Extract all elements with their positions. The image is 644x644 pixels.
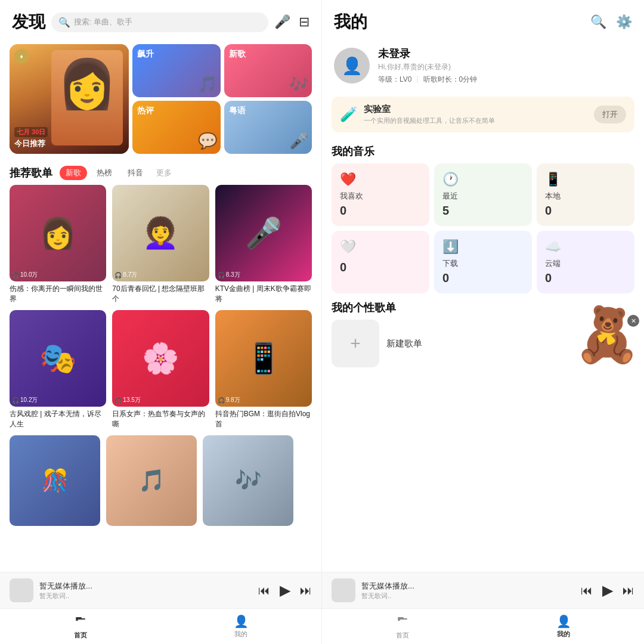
music-card-local[interactable]: 📱 本地 0 <box>537 163 634 226</box>
song-thumb-2: 🎤 🎧 8.3万 <box>215 185 312 281</box>
banner-cell-3[interactable]: 粤语 🎤 <box>224 101 312 154</box>
music-card-favorites[interactable]: ❤️ 我喜欢 0 <box>332 163 429 226</box>
play-count-5: 🎧 9.8万 <box>218 396 240 404</box>
profile-section: 👤 未登录 Hi,你好,尊贵的(未登录) 等级：LV0 | 听歌时长：0分钟 <box>322 39 644 92</box>
svg-rect-1 <box>76 618 85 620</box>
song-card-2[interactable]: 🎤 🎧 8.3万 KTV金曲榜 | 周末K歌争霸赛即将 <box>215 185 312 304</box>
download-icon: ⬇️ <box>442 239 524 255</box>
song-thumb-3: 🎭 🎧 10.2万 <box>10 310 106 407</box>
banner-overlay: 七月 30日 今日推荐 <box>14 126 48 149</box>
song-card-4[interactable]: 🌸 🎧 13.5万 日系女声：热血节奏与女声的嘶 <box>112 310 209 429</box>
banner-cell-0[interactable]: 飙升 🎵 <box>132 44 221 97</box>
song-card-0[interactable]: 👩 🎧 10.0万 伤感：你离开的一瞬间我的世界 <box>10 185 106 304</box>
tab-more[interactable]: 更多 <box>156 168 172 178</box>
local-label: 本地 <box>545 191 626 202</box>
lab-title: 实验室 <box>364 104 588 115</box>
svg-rect-3 <box>398 620 400 621</box>
song-card-3[interactable]: 🎭 🎧 10.2万 古风戏腔 | 戏子本无情，诉尽人生 <box>10 310 106 429</box>
nav-my-right[interactable]: 👤 我的 <box>483 609 644 644</box>
prev-button-right[interactable]: ⏮ <box>581 584 593 597</box>
lab-banner[interactable]: 🧪 实验室 一个实用的音视频处理工具，让音乐不在简单 打开 <box>332 97 634 132</box>
svg-rect-2 <box>76 617 82 618</box>
music-card-collected[interactable]: 🤍 0 <box>332 231 429 293</box>
next-button-right[interactable]: ⏭ <box>623 584 634 597</box>
nav-my-label-right: 我的 <box>557 630 570 639</box>
bottom-player-left[interactable]: 暂无媒体播放... 暂无歌词.. ⏮ ▶ ⏭ <box>0 572 321 608</box>
prev-button-left[interactable]: ⏮ <box>258 584 270 597</box>
profile-info: 未登录 Hi,你好,尊贵的(未登录) 等级：LV0 | 听歌时长：0分钟 <box>378 47 632 85</box>
header-icons: 🎤 ⊟ <box>274 14 309 30</box>
nav-my-left[interactable]: 👤 我的 <box>161 609 322 644</box>
right-scroll: 👤 未登录 Hi,你好,尊贵的(未登录) 等级：LV0 | 听歌时长：0分钟 🧪… <box>322 39 644 644</box>
left-scroll: 👩 ♦ 七月 30日 今日推荐 飙升 🎵 新歌 <box>0 39 321 644</box>
recent-label: 最近 <box>442 191 524 202</box>
player-controls-left: ⏮ ▶ ⏭ <box>258 582 312 599</box>
banner-cell-1[interactable]: 新歌 🎶 <box>224 44 312 97</box>
nav-my-icon-right: 👤 <box>556 614 571 628</box>
bottom-player-right[interactable]: 暂无媒体播放... 暂无歌词.. ⏮ ▶ ⏭ <box>322 572 644 608</box>
music-card-recent[interactable]: 🕐 最近 5 <box>434 163 532 226</box>
lab-icon: 🧪 <box>340 106 358 123</box>
play-count-2: 🎧 8.3万 <box>218 271 240 279</box>
my-search-icon[interactable]: 🔍 <box>590 14 606 30</box>
bottom-nav-left: 首页 👤 我的 <box>0 608 321 644</box>
song-name-4: 日系女声：热血节奏与女声的嘶 <box>112 409 209 429</box>
player-title-left: 暂无媒体播放... <box>39 581 252 592</box>
tab-tiktok[interactable]: 抖音 <box>122 166 149 180</box>
new-playlist-label: 新建歌单 <box>386 338 422 349</box>
new-playlist-button[interactable]: + <box>332 320 379 367</box>
song-card-5[interactable]: 📱 🎧 9.8万 抖音热门BGM：逛街自拍Vlog首 <box>215 310 312 429</box>
banner-cell-2[interactable]: 热评 💬 <box>132 101 221 154</box>
banner-date: 七月 30日 <box>14 127 48 137</box>
avatar[interactable]: 👤 <box>334 48 370 83</box>
song-thumb-4: 🌸 🎧 13.5万 <box>112 310 209 407</box>
local-count: 0 <box>545 204 626 218</box>
nav-my-label-left: 我的 <box>234 630 247 639</box>
today-recommend-banner[interactable]: 👩 ♦ 七月 30日 今日推荐 <box>10 44 129 154</box>
banner-cell-label-1: 新歌 <box>229 49 246 60</box>
banner-grid: 飙升 🎵 新歌 🎶 热评 💬 粤语 🎤 <box>132 44 312 154</box>
player-thumb-right <box>332 578 355 602</box>
player-info-left: 暂无媒体播放... 暂无歌词.. <box>39 581 252 600</box>
play-button-right[interactable]: ▶ <box>602 582 613 599</box>
tab-hot[interactable]: 热榜 <box>91 166 118 180</box>
vip-badge: ♦ <box>14 49 29 63</box>
recent-count: 5 <box>442 204 524 218</box>
banner-cell-label-0: 飙升 <box>137 49 154 60</box>
tab-new-songs[interactable]: 新歌 <box>60 166 87 180</box>
song-name-2: KTV金曲榜 | 周末K歌争霸赛即将 <box>215 284 312 304</box>
section-title: 推荐歌单 <box>10 166 52 180</box>
banner-area: 👩 ♦ 七月 30日 今日推荐 飙升 🎵 新歌 <box>0 39 321 159</box>
song-card-1[interactable]: 👩‍🦱 🎧 8.7万 70后青春回忆 | 想念隔壁班那个 <box>112 185 209 304</box>
profile-name: 未登录 <box>378 47 632 61</box>
song-thumb-1: 👩‍🦱 🎧 8.7万 <box>112 185 209 281</box>
cloud-count: 0 <box>545 271 626 285</box>
play-button-left[interactable]: ▶ <box>280 582 290 599</box>
svg-rect-0 <box>76 620 78 621</box>
lab-open-button[interactable]: 打开 <box>594 106 626 123</box>
banner-cell-label-3: 粤语 <box>229 106 246 116</box>
nav-home-label-right: 首页 <box>396 631 409 640</box>
nav-my-icon-left: 👤 <box>234 614 249 628</box>
search-bar[interactable]: 🔍 搜索: 单曲、歌手 <box>51 13 268 32</box>
my-title: 我的 <box>334 11 367 33</box>
playlist-title: 我的个性歌单 <box>322 293 644 320</box>
bottom-nav-right: 首页 👤 我的 <box>322 608 644 644</box>
song-grid: 👩 🎧 10.0万 伤感：你离开的一瞬间我的世界 👩‍🦱 🎧 8.7万 70后青… <box>0 185 321 429</box>
mic-icon[interactable]: 🎤 <box>274 14 290 30</box>
local-icon: 📱 <box>545 172 626 187</box>
download-count: 0 <box>442 271 524 285</box>
music-card-download[interactable]: ⬇️ 下载 0 <box>434 231 532 293</box>
music-card-cloud[interactable]: ☁️ 云端 0 <box>537 231 634 293</box>
level-badge: 等级：LV0 <box>378 75 411 85</box>
playlist-close-button[interactable]: ✕ <box>627 315 639 327</box>
banner-cell-label-2: 热评 <box>137 106 154 116</box>
my-settings-icon[interactable]: ⚙️ <box>616 14 632 30</box>
scan-icon[interactable]: ⊟ <box>299 14 309 30</box>
next-button-left[interactable]: ⏭ <box>300 584 312 597</box>
collected-count: 0 <box>340 261 421 274</box>
nav-home-left[interactable]: 首页 <box>0 609 161 644</box>
nav-home-right[interactable]: 首页 <box>322 609 483 644</box>
nav-home-icon-right <box>396 614 409 630</box>
play-count-4: 🎧 13.5万 <box>114 396 140 404</box>
